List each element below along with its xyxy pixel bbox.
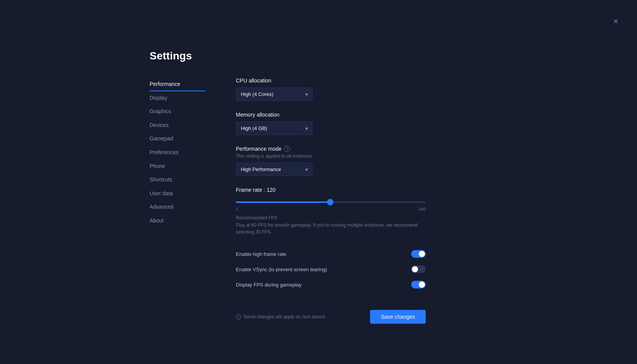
fps-hint: Recommended FPS Play at 60 FPS for smoot… bbox=[236, 215, 426, 236]
slider-min: 1 bbox=[236, 207, 238, 211]
memory-allocation-group: Memory allocation High (4 GB) Medium (2 … bbox=[236, 112, 426, 135]
slider-limits: 1 240 bbox=[236, 207, 426, 211]
settings-body: Performance Display Graphics Devices Gam… bbox=[150, 77, 426, 324]
vsync-toggle-knob bbox=[412, 266, 418, 272]
frame-rate-slider-container bbox=[236, 198, 426, 204]
footer-note: i Some changes will apply on next launch bbox=[236, 314, 325, 320]
performance-mode-select[interactable]: High Performance Balanced Power Saving bbox=[236, 163, 313, 176]
sidebar-item-display[interactable]: Display bbox=[150, 91, 205, 105]
cpu-select[interactable]: High (4 Cores) Medium (2 Cores) Low (1 C… bbox=[236, 87, 313, 101]
performance-mode-group: Performance mode ? This setting is appli… bbox=[236, 146, 426, 176]
settings-container: Settings Performance Display Graphics De… bbox=[150, 50, 426, 324]
vsync-label: Enable VSync (to prevent screen tearing) bbox=[236, 267, 327, 272]
performance-mode-select-wrapper: High Performance Balanced Power Saving bbox=[236, 163, 313, 176]
high-frame-rate-label: Enable high frame rate bbox=[236, 251, 286, 257]
footer: i Some changes will apply on next launch… bbox=[236, 306, 426, 324]
cpu-label: CPU allocation bbox=[236, 77, 426, 84]
page-title: Settings bbox=[150, 50, 426, 62]
vsync-toggle[interactable] bbox=[411, 265, 426, 273]
sidebar-item-about[interactable]: About bbox=[150, 214, 205, 228]
high-frame-rate-row: Enable high frame rate bbox=[236, 246, 426, 262]
performance-mode-help-icon[interactable]: ? bbox=[284, 146, 290, 152]
frame-rate-label: Frame rate : 120 bbox=[236, 187, 426, 193]
sidebar-item-advanced[interactable]: Advanced bbox=[150, 200, 205, 214]
display-fps-toggle-knob bbox=[419, 282, 425, 288]
sidebar-item-graphics[interactable]: Graphics bbox=[150, 105, 205, 119]
main-content: CPU allocation High (4 Cores) Medium (2 … bbox=[236, 77, 426, 324]
memory-select[interactable]: High (4 GB) Medium (2 GB) Low (1 GB) bbox=[236, 122, 313, 135]
high-frame-rate-toggle-knob bbox=[419, 251, 425, 257]
cpu-select-wrapper: High (4 Cores) Medium (2 Cores) Low (1 C… bbox=[236, 87, 313, 101]
save-changes-button[interactable]: Save changes bbox=[370, 310, 426, 324]
frame-rate-slider[interactable] bbox=[236, 201, 426, 203]
display-fps-row: Display FPS during gameplay bbox=[236, 277, 426, 292]
vsync-row: Enable VSync (to prevent screen tearing) bbox=[236, 262, 426, 277]
sidebar-item-devices[interactable]: Devices bbox=[150, 119, 205, 132]
slider-max: 240 bbox=[419, 207, 426, 211]
info-icon: i bbox=[236, 314, 241, 320]
cpu-allocation-group: CPU allocation High (4 Cores) Medium (2 … bbox=[236, 77, 426, 101]
sidebar-item-gamepad[interactable]: Gamepad bbox=[150, 132, 205, 146]
display-fps-label: Display FPS during gameplay bbox=[236, 282, 301, 288]
sidebar-item-user-data[interactable]: User data bbox=[150, 187, 205, 201]
sidebar-item-preferences[interactable]: Preferences bbox=[150, 146, 205, 160]
sidebar-item-shortcuts[interactable]: Shortcuts bbox=[150, 173, 205, 187]
sidebar-item-phone[interactable]: Phone bbox=[150, 160, 205, 173]
fps-hint-title: Recommended FPS bbox=[236, 215, 426, 221]
footer-note-text: Some changes will apply on next launch bbox=[244, 314, 325, 320]
performance-mode-label: Performance mode ? bbox=[236, 146, 426, 152]
fps-hint-text: Play at 60 FPS for smooth gameplay. If y… bbox=[236, 222, 426, 236]
sidebar-item-performance[interactable]: Performance bbox=[150, 77, 205, 91]
sidebar: Performance Display Graphics Devices Gam… bbox=[150, 77, 205, 324]
display-fps-toggle[interactable] bbox=[411, 281, 426, 288]
memory-label: Memory allocation bbox=[236, 112, 426, 118]
high-frame-rate-toggle[interactable] bbox=[411, 250, 426, 258]
close-button[interactable]: ✕ bbox=[611, 17, 620, 26]
performance-mode-sublabel: This setting is applied to all instances… bbox=[236, 153, 426, 159]
frame-rate-group: Frame rate : 120 1 240 Recommended FPS P… bbox=[236, 187, 426, 236]
memory-select-wrapper: High (4 GB) Medium (2 GB) Low (1 GB) bbox=[236, 122, 313, 135]
